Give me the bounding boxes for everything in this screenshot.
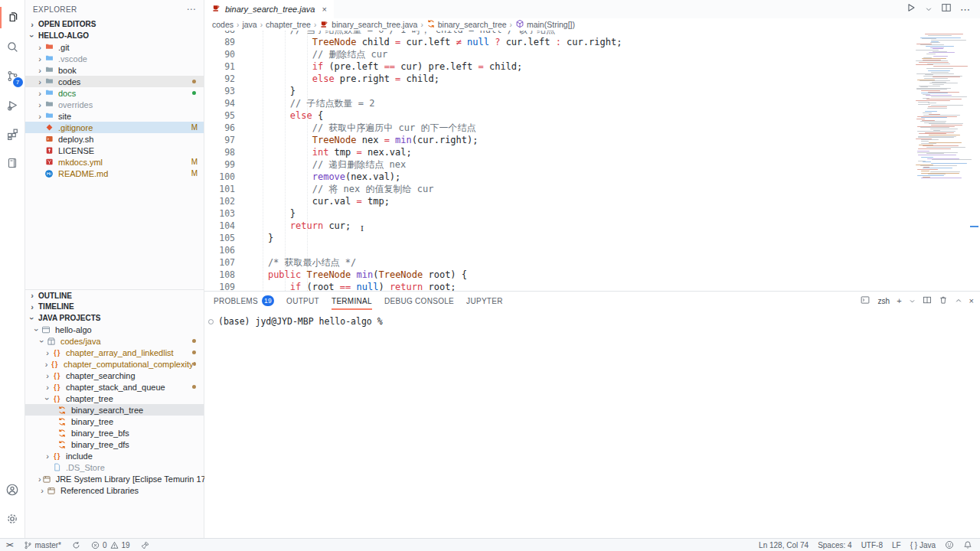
breadcrumb-item[interactable]: binary_search_tree: [426, 19, 507, 30]
panel-tab-output[interactable]: OUTPUT: [286, 292, 319, 310]
new-terminal-button[interactable]: +: [897, 296, 901, 305]
activity-settings-icon[interactable]: [0, 504, 25, 533]
java-tree-row[interactable]: ›JRE System Library [Eclipse Temurin 17 …: [25, 473, 204, 484]
remote-indicator[interactable]: ><: [6, 541, 13, 549]
java-tree-row[interactable]: binary_tree_dfs: [25, 439, 204, 450]
panel-tab-label: PROBLEMS: [214, 297, 258, 305]
status-item[interactable]: UTF-8: [861, 541, 883, 549]
warning-count: 19: [122, 541, 130, 549]
section-root-folder[interactable]: › HELLO-ALGO: [25, 30, 204, 41]
activity-explorer-icon[interactable]: [0, 3, 25, 32]
code-token: =: [357, 196, 362, 207]
explorer-file-row[interactable]: ›docs: [25, 87, 204, 99]
activity-extensions-icon[interactable]: [0, 119, 25, 148]
problems-summary[interactable]: 019: [91, 541, 130, 549]
close-panel-button[interactable]: ×: [969, 296, 974, 305]
sync-changes-button[interactable]: [72, 541, 80, 549]
section-open-editors[interactable]: › OPEN EDITORS: [25, 18, 204, 30]
panel-tab-jupyter[interactable]: JUPYTER: [466, 292, 503, 310]
overview-ruler[interactable]: [969, 31, 980, 291]
panel-tab-terminal[interactable]: TERMINAL: [332, 292, 372, 310]
minimap[interactable]: [914, 34, 969, 179]
status-item[interactable]: Ln 128, Col 74: [759, 541, 808, 549]
more-actions-button[interactable]: ⋯: [960, 4, 971, 15]
java-tree-row[interactable]: .DS_Store: [25, 461, 204, 473]
section-java-projects[interactable]: › JAVA PROJECTS: [25, 312, 204, 324]
java-tree-row[interactable]: ›hello-algo: [25, 324, 204, 335]
terminal-launch-icon[interactable]: [861, 294, 870, 308]
line-number: 92: [204, 73, 235, 85]
java-node-name: .DS_Store: [66, 463, 105, 472]
activity-account-icon[interactable]: [0, 475, 25, 504]
java-tree-row[interactable]: ›{ }chapter_tree: [25, 393, 204, 404]
chevron-right-icon: ›: [44, 452, 51, 460]
tab-close-icon[interactable]: ×: [322, 5, 326, 14]
status-item-label: UTF-8: [861, 541, 883, 549]
breadcrumb-item[interactable]: main(String[]): [515, 19, 575, 30]
section-outline[interactable]: › OUTLINE: [25, 289, 204, 301]
status-item[interactable]: Spaces: 4: [818, 541, 851, 549]
java-tree-row[interactable]: binary_search_tree: [25, 404, 204, 416]
java-tree-row[interactable]: ›{ }include: [25, 450, 204, 461]
java-tree-row[interactable]: ›{ }chapter_searching: [25, 370, 204, 381]
notifications-bell-icon[interactable]: [963, 540, 972, 549]
explorer-file-row[interactable]: ›overrides: [25, 99, 204, 110]
panel-tab-problems[interactable]: PROBLEMS19: [214, 292, 274, 310]
activity-search-icon[interactable]: [0, 32, 25, 61]
code-line: 100 remove(nex.val);: [204, 171, 980, 183]
code-token: [246, 147, 312, 158]
java-tree-row[interactable]: binary_tree_bfs: [25, 427, 204, 439]
explorer-file-row[interactable]: deploy.sh: [25, 133, 204, 145]
terminal[interactable]: (base) jyd@JYD-MBP hello-algo %: [204, 310, 980, 538]
code-editor[interactable]: 88 // 当子结点数量 = 0 / 1 时， child = null / 该…: [204, 31, 980, 291]
feedback-smiley-icon[interactable]: [945, 540, 954, 549]
explorer-title: EXPLORER: [33, 5, 77, 14]
activity-source-control-icon[interactable]: 7: [0, 61, 25, 90]
status-item[interactable]: { } Java: [910, 541, 936, 549]
breadcrumb-item[interactable]: binary_search_tree.java: [319, 19, 417, 31]
breadcrumb-item[interactable]: chapter_tree: [266, 20, 311, 29]
java-tree-row[interactable]: ›codes/java: [25, 335, 204, 347]
explorer-file-row[interactable]: ›.git: [25, 41, 204, 53]
code-token: // 将 nex 的值复制给 cur: [246, 184, 433, 194]
activity-notebook-icon[interactable]: [0, 148, 25, 178]
chevron-right-icon: ›: [28, 292, 36, 299]
explorer-file-row[interactable]: LICENSE: [25, 145, 204, 156]
explorer-file-row[interactable]: ›.vscode: [25, 53, 204, 64]
git-branch-item[interactable]: master*: [24, 541, 61, 549]
status-item[interactable]: LF: [892, 541, 901, 549]
split-editor-button[interactable]: [941, 2, 952, 16]
line-number: 99: [204, 158, 235, 171]
code-line: 98 int tmp = nex.val;: [204, 146, 980, 158]
split-terminal-button[interactable]: [923, 294, 932, 308]
panel-tab-debug-console[interactable]: DEBUG CONSOLE: [384, 292, 454, 310]
java-tree-row[interactable]: binary_tree: [25, 416, 204, 427]
java-tree-row[interactable]: ›{ }chapter_stack_and_queue: [25, 381, 204, 393]
line-number: 89: [204, 36, 235, 48]
explorer-file-row[interactable]: ›book: [25, 64, 204, 76]
section-timeline[interactable]: › TIMELINE: [25, 301, 204, 312]
run-button[interactable]: [906, 2, 916, 16]
tab-binary-search-tree[interactable]: binary_search_tree.java ×: [204, 0, 334, 18]
java-tree-row[interactable]: ›Referenced Libraries: [25, 484, 204, 496]
run-dropdown-chevron-icon[interactable]: [925, 2, 933, 16]
breadcrumb-item[interactable]: codes: [212, 20, 234, 29]
explorer-file-row[interactable]: ›codes: [25, 76, 204, 87]
activity-run-debug-icon[interactable]: [0, 90, 25, 119]
shell-name[interactable]: zsh: [878, 297, 890, 305]
java-tree-row[interactable]: ›{ }chapter_computational_complexity: [25, 358, 204, 370]
maximize-panel-button[interactable]: [955, 294, 962, 308]
explorer-file-row[interactable]: ›site: [25, 110, 204, 122]
minimap-line: [919, 62, 949, 63]
code-token: tmp: [328, 147, 356, 158]
explorer-file-row[interactable]: mkdocs.ymlM: [25, 156, 204, 168]
terminal-dropdown-chevron-icon[interactable]: [909, 294, 916, 308]
explorer-more-actions[interactable]: ⋯: [187, 4, 196, 15]
kill-terminal-button[interactable]: [939, 294, 948, 308]
java-status-icon[interactable]: [141, 541, 149, 549]
explorer-file-row[interactable]: .gitignoreM: [25, 122, 204, 133]
java-tree-row[interactable]: ›{ }chapter_array_and_linkedlist: [25, 347, 204, 358]
breadcrumb-item[interactable]: java: [242, 20, 256, 29]
code-token: pre.right: [335, 73, 395, 84]
explorer-file-row[interactable]: README.mdM: [25, 168, 204, 179]
